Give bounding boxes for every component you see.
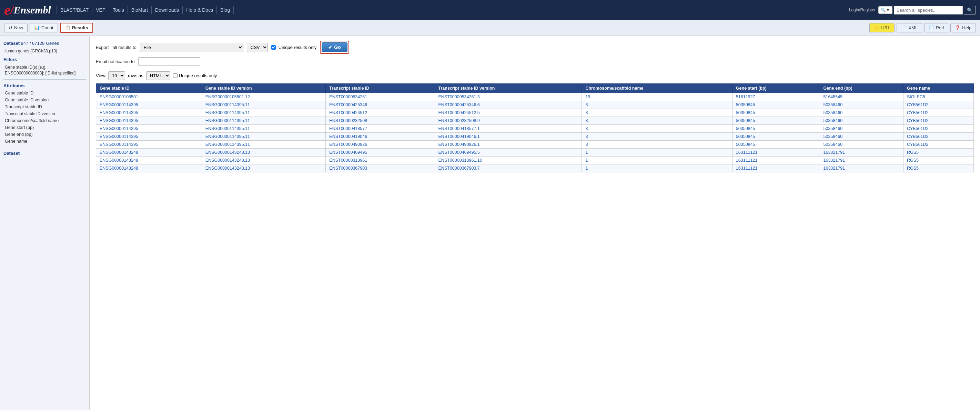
cell-link[interactable]: ENST00000418577.1	[439, 126, 480, 131]
cell-link[interactable]: 163111121	[736, 166, 758, 171]
url-button[interactable]: ⭐ URL	[869, 23, 894, 32]
cell-link[interactable]: ENST00000313961.10	[439, 158, 482, 163]
cell-link[interactable]: 1	[585, 150, 588, 155]
cell-link[interactable]: 50358460	[824, 102, 843, 107]
new-button[interactable]: ↺ New	[4, 23, 27, 32]
xml-button[interactable]: 📄 XML	[897, 23, 922, 32]
cell-link[interactable]: ENSG00000105501.12	[205, 94, 250, 99]
cell-link[interactable]: RGS5	[907, 166, 919, 171]
cell-link[interactable]: ENST00000424512	[329, 110, 367, 115]
cell-link[interactable]: 50350845	[736, 126, 755, 131]
cell-link[interactable]: 3	[585, 134, 588, 139]
nav-vep[interactable]: VEP	[92, 6, 109, 14]
count-button[interactable]: 📊 Count	[30, 23, 58, 32]
cell-link[interactable]: SIGLEC5	[907, 94, 925, 99]
cell-link[interactable]: ENSG00000143248	[100, 150, 138, 155]
view-unique-checkbox[interactable]	[173, 73, 178, 78]
attr-chromosome[interactable]: Chromosome/scaffold name	[0, 117, 89, 124]
cell-link[interactable]: ENSG00000114395.11	[205, 102, 250, 107]
cell-link[interactable]: 3	[585, 118, 588, 123]
cell-link[interactable]: ENSG00000105501	[100, 94, 138, 99]
cell-link[interactable]: CYB561D2	[907, 134, 929, 139]
cell-link[interactable]: 1	[585, 166, 588, 171]
cell-link[interactable]: ENSG00000114395.11	[205, 118, 250, 123]
nav-tools[interactable]: Tools	[109, 6, 128, 14]
cell-link[interactable]: 50358460	[824, 134, 843, 139]
search-input[interactable]	[894, 6, 963, 14]
cell-link[interactable]: 163111121	[736, 158, 758, 163]
cell-link[interactable]: 3	[585, 126, 588, 131]
attributes-title[interactable]: Attributes	[0, 82, 89, 90]
cell-link[interactable]: CYB561D2	[907, 102, 929, 107]
cell-link[interactable]: ENSG00000114395.11	[205, 142, 250, 147]
cell-link[interactable]: ENST00000469495.5	[439, 150, 480, 155]
cell-link[interactable]: ENST00000425346.6	[439, 102, 480, 107]
cell-link[interactable]: ENST00000367903.7	[439, 166, 480, 171]
cell-link[interactable]: ENSG00000114395	[100, 118, 138, 123]
attr-gene-stable-id-version[interactable]: Gene stable ID version	[0, 97, 89, 103]
cell-link[interactable]: ENST00000232508.9	[439, 118, 480, 123]
cell-link[interactable]: ENSG00000114395	[100, 134, 138, 139]
cell-link[interactable]: 3	[585, 142, 588, 147]
cell-link[interactable]: ENSG00000143248	[100, 158, 138, 163]
cell-link[interactable]: 1	[585, 158, 588, 163]
cell-link[interactable]: 163321791	[824, 166, 845, 171]
cell-link[interactable]: RGS5	[907, 150, 919, 155]
cell-link[interactable]: 19	[585, 94, 590, 99]
filters-title[interactable]: Filters	[0, 56, 89, 64]
help-button[interactable]: ❓ Help	[950, 23, 976, 32]
nav-helpdocs[interactable]: Help & Docs	[183, 6, 217, 14]
rows-select[interactable]: 10	[108, 72, 125, 80]
cell-link[interactable]: 50350845	[736, 110, 755, 115]
cell-link[interactable]: 3	[585, 110, 588, 115]
cell-link[interactable]: ENST00000534261.3	[439, 94, 480, 99]
login-link[interactable]: Login/Register	[849, 8, 875, 13]
cell-link[interactable]: 3	[585, 102, 588, 107]
go-button[interactable]: ✔ Go	[321, 42, 347, 52]
cell-link[interactable]: CYB561D2	[907, 142, 929, 147]
cell-link[interactable]: 50350845	[736, 118, 755, 123]
dataset-bottom-label[interactable]: Dataset	[0, 149, 89, 157]
cell-link[interactable]: 50358460	[824, 110, 843, 115]
attr-gene-end[interactable]: Gene end (bp)	[0, 131, 89, 138]
cell-link[interactable]: ENST00000313961	[329, 158, 367, 163]
species-dropdown[interactable]: 🔍 ▼	[878, 6, 892, 14]
cell-link[interactable]: CYB561D2	[907, 118, 929, 123]
cell-link[interactable]: ENSG00000114395.11	[205, 110, 250, 115]
cell-link[interactable]: 51645545	[824, 94, 843, 99]
cell-link[interactable]: ENST00000424512.5	[439, 110, 480, 115]
cell-link[interactable]: ENST00000534261	[329, 94, 367, 99]
results-button[interactable]: 📋 Results	[60, 23, 93, 33]
cell-link[interactable]: ENSG00000114395.11	[205, 126, 250, 131]
cell-link[interactable]: ENST00000490926.1	[439, 142, 480, 147]
cell-link[interactable]: ENST00000418577	[329, 126, 367, 131]
cell-link[interactable]: ENST00000469495	[329, 150, 367, 155]
cell-link[interactable]: 50358460	[824, 126, 843, 131]
perl-button[interactable]: 📄 Perl	[924, 23, 948, 32]
attr-gene-start[interactable]: Gene start (bp)	[0, 124, 89, 131]
cell-link[interactable]: ENSG00000114395	[100, 126, 138, 131]
cell-link[interactable]: CYB561D2	[907, 126, 929, 131]
cell-link[interactable]: CYB561D2	[907, 110, 929, 115]
cell-link[interactable]: ENSG00000114395	[100, 142, 138, 147]
cell-link[interactable]: 50350845	[736, 134, 755, 139]
export-format-select[interactable]: CSV	[247, 43, 268, 52]
unique-results-checkbox[interactable]	[271, 45, 276, 50]
nav-blog[interactable]: Blog	[217, 6, 234, 14]
search-button[interactable]: 🔍	[964, 6, 976, 14]
logo[interactable]: e / Ensembl	[4, 3, 51, 17]
attr-transcript-stable-id[interactable]: Transcript stable ID	[0, 103, 89, 110]
cell-link[interactable]: 50350845	[736, 102, 755, 107]
cell-link[interactable]: RGS5	[907, 158, 919, 163]
cell-link[interactable]: 163111121	[736, 150, 758, 155]
cell-link[interactable]: 50350845	[736, 142, 755, 147]
cell-link[interactable]: ENST00000367903	[329, 166, 367, 171]
attr-transcript-stable-id-version[interactable]: Transcript stable ID version	[0, 110, 89, 117]
cell-link[interactable]: ENSG00000114395.11	[205, 134, 250, 139]
attr-gene-name[interactable]: Gene name	[0, 138, 89, 145]
nav-biomart[interactable]: BioMart	[128, 6, 152, 14]
cell-link[interactable]: ENSG00000143248.13	[205, 150, 250, 155]
cell-link[interactable]: ENSG00000114395	[100, 110, 138, 115]
cell-link[interactable]: ENST00000425346	[329, 102, 367, 107]
filter-gene-id[interactable]: Gene stable ID(s) [e.g. ENSG00000000003]…	[0, 64, 89, 77]
